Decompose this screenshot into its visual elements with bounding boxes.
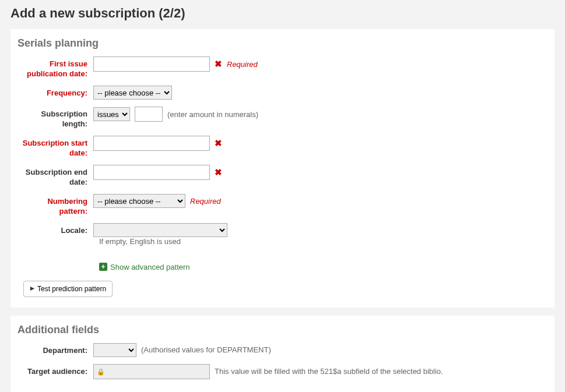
test-prediction-label: Test prediction pattern bbox=[37, 285, 106, 293]
locale-row: Locale: bbox=[17, 223, 548, 237]
clear-start-date-icon[interactable]: ✖ bbox=[215, 136, 222, 151]
frequency-row: Frequency: -- please choose -- bbox=[17, 86, 548, 100]
advanced-toggle-label: Show advanced pattern bbox=[110, 263, 190, 271]
first-issue-required: Required bbox=[227, 60, 258, 69]
department-select[interactable] bbox=[93, 343, 136, 357]
department-row: Department: (Authorised values for DEPAR… bbox=[17, 343, 548, 357]
frequency-select[interactable]: -- please choose -- bbox=[93, 86, 172, 100]
play-icon bbox=[30, 285, 35, 293]
numbering-required: Required bbox=[190, 197, 221, 206]
start-date-input[interactable] bbox=[93, 136, 210, 151]
show-advanced-pattern-toggle[interactable]: + Show advanced pattern bbox=[99, 263, 190, 271]
target-audience-label: Target audience: bbox=[17, 364, 93, 376]
test-prediction-button[interactable]: Test prediction pattern bbox=[23, 281, 113, 297]
additional-fields-panel: Additional fields Department: (Authorise… bbox=[10, 316, 555, 392]
first-issue-label: First issue publication date: bbox=[17, 56, 93, 79]
numbering-select[interactable]: -- please choose -- bbox=[93, 194, 185, 208]
end-date-label: Subscription end date: bbox=[17, 165, 93, 187]
target-audience-hint: This value will be filled with the 521$a… bbox=[215, 367, 443, 376]
start-date-label: Subscription start date: bbox=[17, 136, 93, 158]
target-audience-row: Target audience: 🔒 This value will be fi… bbox=[17, 364, 548, 379]
svg-marker-0 bbox=[30, 286, 34, 290]
first-issue-row: First issue publication date: ✖ Required bbox=[17, 56, 548, 79]
numbering-row: Numbering pattern: -- please choose -- R… bbox=[17, 194, 548, 216]
lock-icon: 🔒 bbox=[97, 368, 105, 375]
department-label: Department: bbox=[17, 343, 93, 355]
start-date-row: Subscription start date: ✖ bbox=[17, 136, 548, 158]
sub-length-amount-input[interactable] bbox=[135, 107, 163, 122]
serials-planning-legend: Serials planning bbox=[17, 37, 548, 50]
sub-length-hint: (enter amount in numerals) bbox=[167, 110, 258, 119]
sub-length-row: Subscription length: issues (enter amoun… bbox=[17, 107, 548, 129]
target-audience-input bbox=[93, 364, 210, 379]
sub-length-label: Subscription length: bbox=[17, 107, 93, 129]
numbering-label: Numbering pattern: bbox=[17, 194, 93, 216]
department-hint: (Authorised values for DEPARTMENT) bbox=[141, 345, 271, 354]
locale-note: If empty, English is used bbox=[99, 237, 548, 246]
page-title: Add a new subscription (2/2) bbox=[10, 6, 555, 21]
sub-length-unit-select[interactable]: issues bbox=[93, 107, 130, 121]
end-date-row: Subscription end date: ✖ bbox=[17, 165, 548, 187]
frequency-label: Frequency: bbox=[17, 86, 93, 98]
serials-planning-panel: Serials planning First issue publication… bbox=[10, 29, 555, 308]
additional-fields-legend: Additional fields bbox=[17, 324, 548, 336]
clear-first-issue-icon[interactable]: ✖ bbox=[215, 56, 222, 72]
plus-icon: + bbox=[99, 263, 107, 271]
first-issue-input[interactable] bbox=[93, 56, 210, 72]
end-date-input[interactable] bbox=[93, 165, 210, 180]
locale-label: Locale: bbox=[17, 223, 93, 235]
locale-select[interactable] bbox=[93, 223, 227, 237]
clear-end-date-icon[interactable]: ✖ bbox=[215, 165, 222, 180]
